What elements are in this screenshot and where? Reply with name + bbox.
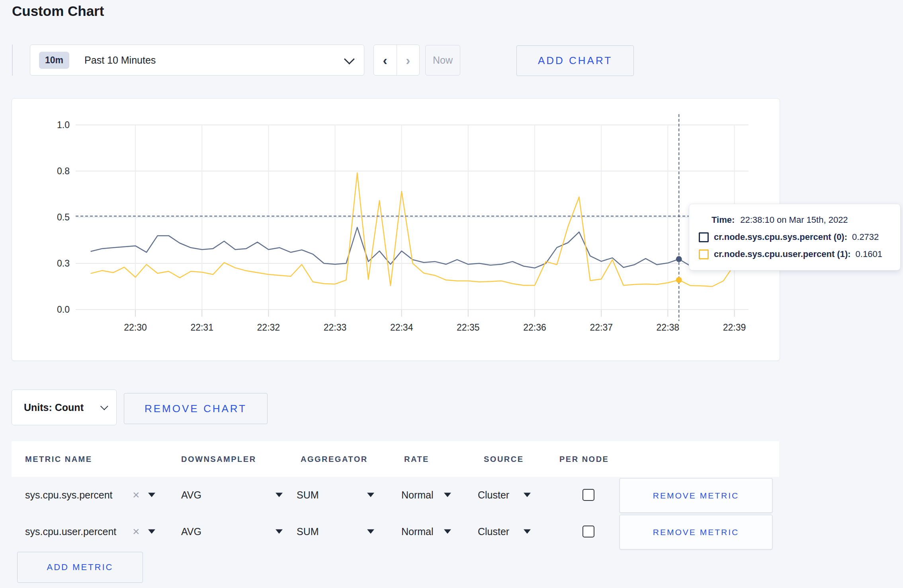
remove-chart-button[interactable]: REMOVE CHART <box>124 393 268 424</box>
units-select[interactable]: Units: Count <box>12 389 117 425</box>
col-header-source: SOURCE <box>484 455 524 464</box>
x-tick-label: 22:38 <box>657 322 680 333</box>
x-tick-label: 22:39 <box>723 322 746 333</box>
chevron-down-icon <box>100 402 108 410</box>
tooltip-time-row: Time: 22:38:10 on Mar 15th, 2022 <box>699 215 900 225</box>
x-tick-label: 22:37 <box>590 322 613 333</box>
clear-metric-icon[interactable]: × <box>133 526 140 537</box>
downsampler-select[interactable]: AVG <box>181 489 201 501</box>
metric-name-value: sys.cpu.sys.percent <box>25 489 113 501</box>
tooltip-series-value: 0.2732 <box>852 232 879 242</box>
tooltip-series-label: cr.node.sys.cpu.user.percent (1): <box>714 249 851 259</box>
metric-name-caret-icon[interactable] <box>148 530 155 534</box>
timeseries-chart[interactable]: 0.00.30.50.81.022:3022:3122:3222:3322:34… <box>12 98 779 360</box>
aggregator-select[interactable]: SUM <box>297 489 319 501</box>
aggregator-caret-icon[interactable] <box>367 530 374 534</box>
x-tick-label: 22:32 <box>257 322 280 333</box>
units-label: Units: Count <box>24 402 84 413</box>
downsampler-caret-icon[interactable] <box>276 493 283 497</box>
source-select[interactable]: Cluster <box>478 489 509 501</box>
now-button[interactable]: Now <box>425 45 460 76</box>
rate-select[interactable]: Normal <box>401 526 434 537</box>
page-title: Custom Chart <box>12 3 104 19</box>
metrics-table-header: METRIC NAME DOWNSAMPLER AGGREGATOR RATE … <box>12 441 779 477</box>
remove-metric-button[interactable]: REMOVE METRIC <box>620 478 772 513</box>
source-caret-icon[interactable] <box>524 530 531 534</box>
x-tick-label: 22:30 <box>124 322 147 333</box>
y-tick-label: 0.0 <box>57 304 70 315</box>
hover-point-1 <box>676 277 682 283</box>
tooltip-series-row: cr.node.sys.cpu.sys.percent (0): 0.2732 <box>699 232 900 242</box>
tooltip-series-row: cr.node.sys.cpu.user.percent (1): 0.1601 <box>699 249 900 259</box>
custom-chart-page: Custom Chart 10m Past 10 Minutes ‹ › Now… <box>0 0 903 588</box>
x-tick-label: 22:35 <box>457 322 480 333</box>
chart-tooltip: Time: 22:38:10 on Mar 15th, 2022 cr.node… <box>689 204 901 271</box>
y-tick-label: 0.3 <box>57 258 70 269</box>
time-range-select[interactable]: 10m Past 10 Minutes <box>30 45 364 76</box>
time-window-label: Past 10 Minutes <box>84 55 156 66</box>
rate-caret-icon[interactable] <box>444 493 451 497</box>
time-nav-arrows: ‹ › <box>373 45 420 76</box>
metric-name-caret-icon[interactable] <box>148 493 155 497</box>
prev-time-button[interactable]: ‹ <box>374 45 397 75</box>
series-line-1 <box>91 173 741 286</box>
series-swatch-user-icon <box>699 249 709 259</box>
col-header-rate: RATE <box>404 455 429 464</box>
tooltip-time-value: 22:38:10 on Mar 15th, 2022 <box>740 215 848 225</box>
y-tick-label: 0.8 <box>57 166 70 176</box>
metric-name-value: sys.cpu.user.percent <box>25 526 116 537</box>
x-tick-label: 22:33 <box>324 322 347 333</box>
add-chart-button[interactable]: ADD CHART <box>516 45 634 76</box>
metric-row: sys.cpu.sys.percent × AVG SUM Normal Clu… <box>0 477 903 513</box>
metric-row: sys.cpu.user.percent × AVG SUM Normal Cl… <box>0 513 903 550</box>
series-line-0 <box>91 228 741 268</box>
rate-caret-icon[interactable] <box>444 530 451 534</box>
toolbar-divider <box>12 45 13 76</box>
add-metric-button[interactable]: ADD METRIC <box>17 552 143 583</box>
chevron-right-icon: › <box>406 53 410 68</box>
tooltip-time-label: Time: <box>711 215 735 225</box>
tooltip-series-value: 0.1601 <box>856 249 882 259</box>
x-tick-label: 22:34 <box>390 322 413 333</box>
downsampler-caret-icon[interactable] <box>276 530 283 534</box>
tooltip-series-label: cr.node.sys.cpu.sys.percent (0): <box>714 232 847 242</box>
clear-metric-icon[interactable]: × <box>133 489 140 501</box>
source-select[interactable]: Cluster <box>478 526 509 537</box>
x-tick-label: 22:31 <box>190 322 213 333</box>
remove-metric-button[interactable]: REMOVE METRIC <box>620 515 772 549</box>
col-header-metric-name: METRIC NAME <box>25 455 92 464</box>
downsampler-select[interactable]: AVG <box>181 526 201 537</box>
chevron-left-icon: ‹ <box>383 53 387 68</box>
time-window-badge: 10m <box>39 52 69 69</box>
y-tick-label: 0.5 <box>57 212 70 222</box>
col-header-aggregator: AGGREGATOR <box>301 455 368 464</box>
chevron-down-icon <box>344 54 355 64</box>
col-header-per-node: PER NODE <box>559 455 609 464</box>
aggregator-caret-icon[interactable] <box>367 493 374 497</box>
next-time-button[interactable]: › <box>397 45 420 75</box>
source-caret-icon[interactable] <box>524 493 531 497</box>
per-node-checkbox[interactable] <box>582 489 594 501</box>
x-tick-label: 22:36 <box>523 322 546 333</box>
rate-select[interactable]: Normal <box>401 489 434 501</box>
series-swatch-sys-icon <box>699 232 709 242</box>
y-tick-label: 1.0 <box>57 120 70 130</box>
aggregator-select[interactable]: SUM <box>297 526 319 537</box>
col-header-downsampler: DOWNSAMPLER <box>181 455 256 464</box>
per-node-checkbox[interactable] <box>582 526 594 537</box>
hover-point-0 <box>676 256 682 262</box>
